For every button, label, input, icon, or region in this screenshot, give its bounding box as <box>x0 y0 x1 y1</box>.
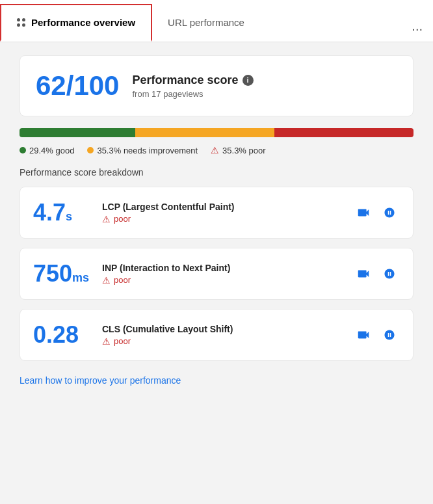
cls-warning-icon: ⚠ <box>102 336 111 347</box>
cls-drop-button[interactable] <box>379 325 400 345</box>
inp-name: INP (Interaction to Next Paint) <box>102 263 343 273</box>
lcp-icons <box>353 202 400 223</box>
bar-good <box>20 128 135 137</box>
lcp-name: LCP (Largest Contentful Paint) <box>102 202 343 212</box>
tab-bar: Performance overview URL performance ··· <box>0 0 433 42</box>
cls-value: 0.28 <box>33 321 92 349</box>
score-label: Performance score i <box>132 73 253 87</box>
grid-icon <box>17 18 26 27</box>
inp-icons <box>353 263 400 284</box>
performance-progress-bar <box>20 128 413 137</box>
score-card: 62/100 Performance score i from 17 pagev… <box>20 55 413 116</box>
tab-performance-overview-label: Performance overview <box>31 17 135 28</box>
inp-status: ⚠ poor <box>102 275 343 285</box>
inp-value: 750ms <box>33 260 92 287</box>
lcp-info: LCP (Largest Contentful Paint) ⚠ poor <box>102 202 343 224</box>
lcp-warning-icon: ⚠ <box>102 214 111 224</box>
metric-card-cls: 0.28 CLS (Cumulative Layout Shift) ⚠ poo… <box>20 309 413 361</box>
lcp-drop-button[interactable] <box>379 202 400 223</box>
info-icon[interactable]: i <box>243 75 254 86</box>
main-content: 62/100 Performance score i from 17 pagev… <box>0 42 433 399</box>
metric-card-inp: 750ms INP (Interaction to Next Paint) ⚠ … <box>20 248 413 300</box>
dot-needs-icon <box>87 147 94 153</box>
learn-link[interactable]: Learn how to improve your performance <box>20 375 181 386</box>
cls-name: CLS (Cumulative Layout Shift) <box>102 324 343 334</box>
legend-needs: 35.3% needs improvement <box>87 145 198 155</box>
tab-url-performance-label: URL performance <box>168 17 244 28</box>
metric-card-lcp: 4.7s LCP (Largest Contentful Paint) ⚠ po… <box>20 187 413 239</box>
cls-camera-button[interactable] <box>353 325 374 345</box>
legend-needs-text: 35.3% needs improvement <box>97 146 198 155</box>
bar-needs-improvement <box>135 128 274 137</box>
warning-icon-legend: ⚠ <box>211 145 219 155</box>
tab-performance-overview[interactable]: Performance overview <box>0 4 152 42</box>
cls-info: CLS (Cumulative Layout Shift) ⚠ poor <box>102 324 343 347</box>
cls-icons <box>353 325 400 345</box>
metrics-list: 4.7s LCP (Largest Contentful Paint) ⚠ po… <box>20 187 413 361</box>
lcp-status: ⚠ poor <box>102 214 343 224</box>
tab-url-performance[interactable]: URL performance <box>152 5 260 42</box>
more-options-button[interactable]: ··· <box>401 16 433 42</box>
lcp-value: 4.7s <box>33 199 92 226</box>
performance-score: 62/100 <box>36 70 119 101</box>
inp-camera-button[interactable] <box>353 263 374 284</box>
legend-poor: ⚠ 35.3% poor <box>211 145 266 155</box>
cls-status: ⚠ poor <box>102 336 343 347</box>
breakdown-title: Performance score breakdown <box>20 167 413 178</box>
legend-poor-text: 35.3% poor <box>222 146 266 155</box>
score-details: Performance score i from 17 pageviews <box>132 73 253 99</box>
legend-good: 29.4% good <box>20 145 74 155</box>
performance-legend: 29.4% good 35.3% needs improvement ⚠ 35.… <box>20 145 413 155</box>
legend-good-text: 29.4% good <box>29 146 74 155</box>
score-sub-label: from 17 pageviews <box>132 89 253 99</box>
inp-info: INP (Interaction to Next Paint) ⚠ poor <box>102 263 343 285</box>
inp-warning-icon: ⚠ <box>102 275 111 285</box>
bar-poor <box>274 128 413 137</box>
lcp-camera-button[interactable] <box>353 202 374 223</box>
inp-drop-button[interactable] <box>379 263 400 284</box>
dot-good-icon <box>20 147 26 153</box>
